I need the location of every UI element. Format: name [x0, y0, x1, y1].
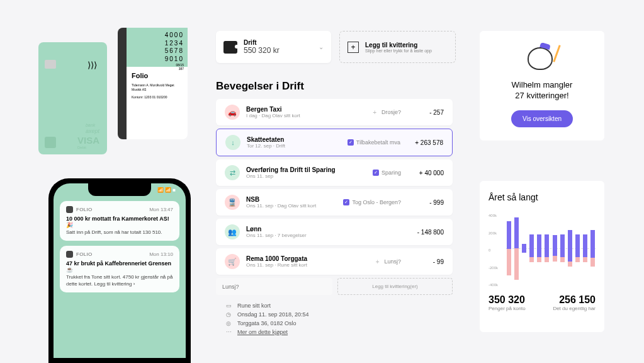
bar-income	[529, 234, 534, 257]
visa-logo: VISADebit	[77, 135, 99, 149]
tx-amount: + 263 578	[410, 139, 443, 146]
tx-subtitle: Tor 12. sep · Drift	[247, 143, 347, 149]
bar-income	[514, 217, 519, 249]
chip-icon	[45, 60, 56, 69]
contactless-icon: ⟩⟩⟩	[88, 60, 97, 70]
transaction-row[interactable]: 🛒 Rema 1000 Torggata Ons 11. sep · Rune …	[216, 248, 453, 275]
missing-text: Wilhelm mangler27 kvitteringer!	[489, 80, 596, 101]
tx-category-icon: 🚆	[225, 195, 240, 210]
bar-income	[522, 244, 526, 253]
account-card-white: 4000 1234 5678 9010 08/15 387 Folio Tide…	[118, 28, 188, 139]
year-title: Året så langt	[489, 192, 596, 202]
bar-expense	[590, 258, 595, 267]
card-icon: ▭	[226, 302, 232, 309]
transaction-detail: ▭Rune sitt kort ◷Onsdag 11. sep 2018, 20…	[216, 297, 453, 340]
folio-brand: Folio	[132, 72, 183, 79]
tx-name: NSB	[246, 196, 343, 203]
check-icon: ✓	[373, 170, 379, 176]
add-receipt-dropzone[interactable]: + Legg til kvittering Slipp her eller tr…	[339, 31, 456, 63]
app-icon	[66, 251, 73, 258]
tx-amount: - 148 800	[411, 229, 444, 236]
bar-income	[583, 234, 587, 257]
plus-icon: +	[347, 42, 359, 53]
bar-income	[553, 235, 557, 256]
stat-actual: 256 150 Det du egentlig har	[553, 294, 596, 311]
tx-name: Bergen Taxi	[246, 106, 373, 113]
card-holder: Tidemann A. Mordkvold Meget Musikk AS	[132, 83, 183, 91]
lp-logo-icon	[45, 137, 56, 148]
card-numbers: 4000 1234 5678 9010 08/15 387	[127, 28, 188, 67]
tx-name: Rema 1000 Torggata	[246, 255, 376, 262]
tx-subtitle: Ons 11. sep · 7 bevegelser	[246, 233, 411, 238]
transaction-row[interactable]: ↓ Skatteetaten Tor 12. sep · Drift ✓Tilb…	[216, 129, 453, 156]
category-input[interactable]	[216, 278, 332, 295]
tx-category-icon: 🛒	[225, 254, 240, 269]
transaction-row[interactable]: 👥 Lønn Ons 11. sep · 7 bevegelser - 148 …	[216, 219, 453, 245]
tx-subtitle: Ons 11. sep	[246, 173, 373, 179]
tx-category-icon: ↓	[225, 135, 240, 150]
mascot-icon	[524, 43, 560, 72]
app-icon	[66, 206, 73, 213]
add-receipt-button[interactable]: Legg til kvittering(er)	[337, 278, 453, 295]
account-name: Drift	[244, 39, 319, 46]
bar-income	[537, 234, 541, 257]
bar-income	[590, 230, 595, 258]
status-bar: 📶 📶 ■	[157, 187, 176, 193]
notification[interactable]: FOLIO Mon 13:47 10 000 kr mottatt fra Ka…	[60, 201, 179, 241]
tx-category-icon: 👥	[225, 224, 240, 239]
year-so-far-panel: Året så langt 400k200k0-200k-400k	[480, 181, 604, 332]
bar-income	[507, 221, 511, 249]
bar-expense	[575, 257, 580, 262]
bar-income	[560, 234, 565, 257]
tx-category-icon: ⇄	[225, 165, 240, 180]
transaction-list: 🚗 Bergen Taxi I dag · Dag Olav sitt kort…	[216, 99, 453, 340]
bar-income	[575, 234, 580, 257]
phone-notch	[88, 183, 151, 196]
account-balance: 550 320 kr	[244, 46, 319, 55]
bar-income	[568, 230, 572, 262]
balance-chart: 400k200k0-200k-400k	[489, 214, 596, 283]
tx-amount: - 999	[411, 199, 444, 206]
bar-expense	[537, 257, 541, 262]
stat-balance: 350 320 Penger på konto	[489, 294, 526, 311]
transaction-row[interactable]: 🚗 Bergen Taxi I dag · Dag Olav sitt kort…	[216, 99, 453, 125]
account-selector[interactable]: Drift 550 320 kr ⌄	[216, 31, 331, 63]
bar-expense	[529, 257, 534, 262]
wallet-icon	[223, 41, 237, 54]
tx-name: Overføring fra Drift til Sparing	[246, 166, 373, 173]
tx-category-icon: 🚗	[225, 105, 240, 120]
check-icon: ✓	[347, 139, 354, 146]
tx-name: Skatteetaten	[247, 136, 347, 143]
tx-subtitle: Ons 11. sep · Dag Olav sitt kort	[246, 203, 343, 209]
bar-expense	[514, 248, 519, 280]
plus-icon: +	[373, 109, 376, 116]
transaction-row[interactable]: 🚆 NSB Ons 11. sep · Dag Olav sitt kort ✓…	[216, 189, 453, 216]
check-icon: ✓	[343, 199, 349, 205]
bar-income	[545, 234, 549, 257]
tx-amount: - 99	[411, 258, 444, 265]
tx-subtitle: Ons 11. sep · Rune sitt kort	[246, 262, 376, 268]
pin-icon: ◎	[226, 320, 232, 326]
axept-logo: bankaxept	[86, 122, 99, 134]
transaction-row[interactable]: ⇄ Overføring fra Drift til Sparing Ons 1…	[216, 159, 453, 186]
bar-expense	[583, 257, 587, 262]
notification[interactable]: FOLIO Mon 13:10 47 kr brukt på Kaffebren…	[60, 246, 179, 292]
more-about-purchase-link[interactable]: Mer om dette kjøpet	[237, 329, 288, 335]
chevron-down-icon: ⌄	[319, 43, 324, 50]
more-icon: ⋯	[226, 329, 232, 335]
bar-expense	[568, 262, 572, 267]
tx-amount: + 40 000	[411, 170, 444, 176]
clock-icon: ◷	[226, 311, 232, 318]
bar-expense	[560, 257, 565, 262]
bar-expense	[545, 257, 549, 262]
tx-subtitle: I dag · Dag Olav sitt kort	[246, 113, 373, 118]
phone-mockup: 📶 📶 ■ FOLIO Mon 13:47 10 000 kr mottatt …	[48, 178, 191, 363]
missing-receipts-panel: Wilhelm mangler27 kvitteringer! Vis over…	[480, 31, 604, 141]
view-overview-button[interactable]: Vis oversikten	[511, 110, 573, 127]
debit-card-green: ⟩⟩⟩ bankaxept VISADebit	[38, 42, 107, 154]
tx-amount: - 257	[411, 109, 444, 116]
bar-expense	[507, 249, 511, 275]
bar-expense	[553, 256, 557, 261]
plus-icon: +	[376, 258, 380, 265]
tx-name: Lønn	[246, 226, 411, 233]
